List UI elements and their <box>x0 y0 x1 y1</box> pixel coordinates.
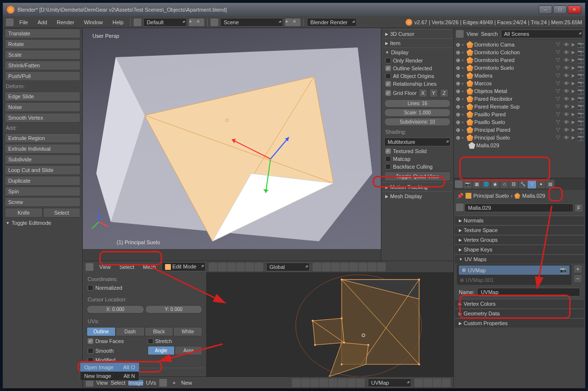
tool-scale[interactable]: Scale <box>5 50 80 60</box>
tool-subdivide[interactable]: Subdivide <box>5 155 80 164</box>
outliner-item[interactable]: ⊕◦Objetos Metal▽👁➤📷 <box>455 87 584 95</box>
tool-smooth-vertex[interactable]: Smooth Vertex <box>5 113 80 123</box>
chk-normalized[interactable] <box>88 285 93 291</box>
axis-x-toggle[interactable]: X <box>419 89 427 97</box>
outliner-item[interactable]: ⊕◦Dormitorio Colchon▽👁➤📷 <box>455 48 584 56</box>
menu-add[interactable]: Add <box>34 18 51 26</box>
npanel-item[interactable]: Item <box>382 38 452 47</box>
outliner-item[interactable]: ⊕◦Pared Remate Sup▽👁➤📷 <box>455 103 584 110</box>
menu-new-image[interactable]: New ImageAlt N <box>80 372 139 380</box>
outliner-item[interactable]: ⊕◦Pasillo Suelo▽👁➤📷 <box>455 118 584 126</box>
viewport-3d[interactable]: User Persp (1) Principal Suelo <box>83 28 381 249</box>
add-layout-icon[interactable]: + <box>189 18 196 26</box>
panel-geometry-data[interactable]: Geometry Data <box>455 309 584 318</box>
tool-extrude-region[interactable]: Extrude Region <box>5 133 80 143</box>
menu-window[interactable]: Window <box>80 18 106 26</box>
tool-screw[interactable]: Screw <box>5 197 80 207</box>
pin-icon[interactable]: 📌 <box>457 193 464 199</box>
uv-image-editor[interactable]: Coordinates: Normalized Cursor Location:… <box>83 272 453 376</box>
outliner-menu-search[interactable]: Search <box>481 31 498 37</box>
menu-render[interactable]: Render <box>53 18 78 26</box>
chk-all-origins[interactable] <box>385 73 391 79</box>
uvmap-item-1[interactable]: ⊕UVMap📷 <box>459 266 570 275</box>
orientation-dropdown[interactable]: Global <box>266 263 310 271</box>
maximize-button[interactable]: ☐ <box>553 5 567 14</box>
active-uvmap-dropdown[interactable]: UVMap <box>368 378 411 387</box>
tool-shrink-fatten[interactable]: Shrink/Fatten <box>5 61 80 70</box>
npanel-mesh-display[interactable]: Mesh Display <box>382 191 452 201</box>
view3d-toolbar-icons[interactable] <box>209 263 263 271</box>
chk-textured-solid[interactable] <box>385 148 391 154</box>
breadcrumb-data[interactable]: Malla.029 <box>522 193 545 199</box>
chk-outline-selected[interactable] <box>385 65 391 71</box>
chk-stretch[interactable] <box>148 338 153 344</box>
axis-y-toggle[interactable]: Y <box>429 89 438 97</box>
outliner-item[interactable]: ⊕◦Pared Recibidor▽👁➤📷 <box>455 95 584 103</box>
prop-tab-material[interactable]: ● <box>537 180 545 188</box>
tool-rotate[interactable]: Rotate <box>5 39 80 49</box>
chk-rel-lines[interactable] <box>385 81 391 87</box>
menu-open-image[interactable]: Open ImageAlt O <box>80 363 139 372</box>
mode-dropdown[interactable]: Edit Mode <box>162 262 206 271</box>
panel-uv-maps[interactable]: UV Maps <box>455 254 584 264</box>
add-scene-icon[interactable]: + <box>285 18 293 26</box>
outliner-item[interactable]: ⊕◦Dormitorio Pared▽👁➤📷 <box>455 56 584 64</box>
del-scene-icon[interactable]: × <box>293 18 301 26</box>
uvmap-name-field[interactable]: UVMap <box>477 288 580 297</box>
uv-toolbar-icons-2[interactable] <box>414 378 451 387</box>
uv-toolbar-icons[interactable] <box>292 378 365 387</box>
prop-tab-modifiers[interactable]: 🔧 <box>518 180 527 188</box>
view3d-editor-icon[interactable] <box>86 263 93 271</box>
outliner-item[interactable]: ⊕◦Principal Pared▽👁➤📷 <box>455 126 584 134</box>
subdiv-field[interactable]: Subdivisions: 10 <box>384 118 451 126</box>
tool-edge-slide[interactable]: Edge Slide <box>5 92 80 101</box>
new-image-plus[interactable]: + <box>170 380 179 386</box>
outliner-item[interactable]: ⊕◦Pasillo Pared▽👁➤📷 <box>455 110 584 118</box>
shading-mode-dropdown[interactable]: Multitexture <box>384 138 451 146</box>
panel-vertex-colors[interactable]: Vertex Colors <box>455 299 584 308</box>
npanel-3d-cursor[interactable]: 3D Cursor <box>382 29 452 38</box>
breadcrumb-object[interactable]: Principal Suelo <box>473 193 509 199</box>
chk-smooth[interactable] <box>88 348 93 354</box>
uvmap-remove-button[interactable]: − <box>573 274 582 283</box>
chk-matcap[interactable] <box>385 156 391 162</box>
outliner-item[interactable]: ⊕◦Marcos▽👁➤📷 <box>455 79 584 87</box>
panel-shape-keys[interactable]: Shape Keys <box>455 245 584 254</box>
new-image-button[interactable]: New <box>181 380 192 386</box>
screen-layout-dropdown[interactable]: Default <box>143 18 187 27</box>
mesh-name-field[interactable]: Malla.029 <box>465 203 573 212</box>
npanel-display[interactable]: Display <box>382 47 452 57</box>
uvmap-item-2[interactable]: ⊕ UVMap.001 <box>457 276 572 285</box>
tool-knife[interactable]: Knife <box>5 208 43 218</box>
uv-draw-mode-segmented[interactable]: OutlineDashBlackWhite <box>87 327 202 336</box>
scene-icon[interactable] <box>211 18 218 26</box>
chk-grid-floor[interactable] <box>385 90 391 96</box>
layout-icon[interactable] <box>134 18 141 26</box>
outliner-item[interactable]: ⊕◦Madera▽👁➤📷 <box>455 72 584 79</box>
chk-draw-faces[interactable] <box>88 338 93 344</box>
panel-normals[interactable]: Normals <box>455 216 584 225</box>
tool-duplicate[interactable]: Duplicate <box>5 176 80 186</box>
prop-tab-object[interactable]: ◇ <box>500 180 509 188</box>
cursor-x-field[interactable]: X: 0.000 <box>87 305 144 313</box>
scale-field[interactable]: Scale: 1.000 <box>384 109 451 117</box>
uvmap-add-button[interactable]: + <box>573 265 582 273</box>
uv-menu-uvs[interactable]: UVs <box>146 380 156 386</box>
camera-icon[interactable]: 📷 <box>560 267 567 273</box>
prop-tab-render[interactable]: 📷 <box>463 180 472 188</box>
tool-spin[interactable]: Spin <box>5 187 80 196</box>
chk-only-render[interactable] <box>385 58 391 63</box>
panel-vertex-groups[interactable]: Vertex Groups <box>455 235 584 244</box>
tool-loop-cut[interactable]: Loop Cut and Slide <box>5 165 80 175</box>
cursor-y-field[interactable]: Y: 0.000 <box>145 305 203 313</box>
axis-z-toggle[interactable]: Z <box>440 89 449 97</box>
tool-translate[interactable]: Translate <box>5 29 80 38</box>
outliner-item[interactable]: ⊕◦Dormitorio Suelo▽👁➤📷 <box>455 64 584 72</box>
outliner-menu-view[interactable]: View <box>467 31 478 37</box>
view3d-menu-view[interactable]: View <box>96 263 114 271</box>
close-button[interactable]: ✕ <box>568 5 581 14</box>
toggle-quad-view-button[interactable]: Toggle Quad View <box>384 172 451 181</box>
view3d-toolbar-icons-2[interactable] <box>313 263 386 271</box>
toggle-editmode-header[interactable]: Toggle Editmode <box>3 218 82 228</box>
prop-tab-layers[interactable]: ▦ <box>472 180 481 188</box>
